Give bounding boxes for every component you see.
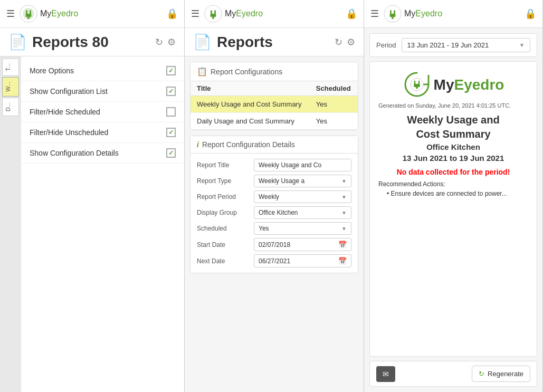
logo: MyEyedro bbox=[19, 4, 162, 23]
period-select[interactable]: 13 Jun 2021 - 19 Jun 2021 ▼ bbox=[402, 38, 530, 52]
field-report-title: Report Title bbox=[197, 159, 351, 171]
table-row[interactable]: Weekly Usage and Cost Summary Yes bbox=[190, 96, 358, 113]
sidebar-menu: More Options Show Configuration List Fil… bbox=[21, 56, 184, 392]
row-title: Weekly Usage and Cost Summary bbox=[190, 96, 310, 113]
field-report-type: Report Type Weekly Usage a ▼ bbox=[197, 175, 351, 187]
report-preview: MyEyedro Generated on Sunday, June 20, 2… bbox=[369, 61, 537, 357]
start-date-value: 02/07/2018 bbox=[259, 241, 290, 248]
preview-footer: ✉ ↻ Regenerate bbox=[369, 361, 537, 387]
input-start-date[interactable]: 02/07/2018 📅 bbox=[254, 238, 351, 251]
svg-rect-5 bbox=[212, 17, 214, 19]
next-date-value: 06/27/2021 bbox=[259, 257, 290, 265]
header-icons-2: 🔒 bbox=[346, 8, 357, 20]
panel1-header: ☰ MyEyedro 🔒 bbox=[0, 0, 184, 28]
logo-icon-3 bbox=[383, 4, 402, 23]
reports-bar: 📄 Reports 80 ↻ ⚙ bbox=[0, 28, 184, 56]
checkbox-more-options[interactable] bbox=[166, 66, 176, 75]
hamburger-icon[interactable]: ☰ bbox=[6, 8, 15, 20]
preview-date-range: 13 Jun 2021 to 19 Jun 2021 bbox=[403, 154, 504, 162]
select-report-period[interactable]: Weekly ▼ bbox=[254, 190, 351, 203]
config-details-card: i Report Configuration Details Report Ti… bbox=[190, 136, 358, 273]
logo-icon bbox=[19, 4, 38, 23]
period-dropdown-arrow: ▼ bbox=[519, 42, 525, 48]
select-display-group[interactable]: Office Kitchen ▼ bbox=[254, 206, 351, 219]
menu-item-more-options[interactable]: More Options bbox=[21, 61, 184, 81]
tab-w[interactable]: W... bbox=[2, 77, 19, 97]
checkbox-filter-scheduled[interactable] bbox=[166, 107, 176, 117]
logo-text: MyEyedro bbox=[40, 9, 78, 18]
row-scheduled: Yes bbox=[310, 96, 358, 113]
select-report-type-value: Weekly Usage a bbox=[259, 177, 304, 185]
panel1-reports-title: Reports 80 bbox=[32, 34, 150, 51]
refresh-icon[interactable]: ↻ bbox=[155, 36, 163, 48]
menu-item-show-config-list[interactable]: Show Configuration List bbox=[21, 81, 184, 102]
regenerate-label: Regenerate bbox=[488, 370, 523, 378]
menu-item-filter-unscheduled[interactable]: Filter/Hide Unscheduled bbox=[21, 122, 184, 143]
label-start-date: Start Date bbox=[197, 241, 250, 248]
email-button[interactable]: ✉ bbox=[376, 366, 395, 382]
side-tabs: T... W... D... bbox=[0, 56, 21, 392]
calendar-icon-next: 📅 bbox=[338, 257, 347, 265]
select-report-type[interactable]: Weekly Usage a ▼ bbox=[254, 175, 351, 187]
label-next-date: Next Date bbox=[197, 257, 250, 265]
select-display-group-value: Office Kitchen bbox=[259, 209, 298, 216]
panel2-reports-title: Reports bbox=[217, 34, 329, 51]
field-scheduled: Scheduled Yes ▼ bbox=[197, 222, 351, 235]
tab-d[interactable]: D... bbox=[2, 98, 19, 116]
menu-item-label-show-config-details: Show Configuration Details bbox=[30, 149, 119, 157]
panel3-content: Period 13 Jun 2021 - 19 Jun 2021 ▼ bbox=[364, 28, 542, 392]
menu-item-filter-scheduled[interactable]: Filter/Hide Scheduled bbox=[21, 102, 184, 122]
gear-icon-2[interactable]: ⚙ bbox=[347, 36, 355, 48]
svg-rect-11 bbox=[416, 87, 418, 89]
checkbox-show-config-list[interactable] bbox=[166, 87, 176, 96]
dropdown-arrow-scheduled: ▼ bbox=[341, 226, 347, 232]
label-display-group: Display Group bbox=[197, 209, 250, 216]
input-next-date[interactable]: 06/27/2021 📅 bbox=[254, 254, 351, 267]
lock-icon-2: 🔒 bbox=[346, 8, 357, 20]
info-icon: i bbox=[197, 140, 199, 149]
checkbox-show-config-details[interactable] bbox=[166, 148, 176, 158]
table-row[interactable]: Daily Usage and Cost Summary Yes bbox=[190, 113, 358, 130]
panel2-header: ☰ MyEyedro 🔒 bbox=[185, 0, 364, 28]
preview-recommended-label: Recommended Actions: bbox=[378, 180, 528, 188]
reports-actions: ↻ ⚙ bbox=[155, 36, 176, 48]
preview-generated: Generated on Sunday, June 20, 2021 4:01:… bbox=[378, 102, 528, 109]
field-display-group: Display Group Office Kitchen ▼ bbox=[197, 206, 351, 219]
report-configs-card: 📋 Report Configurations Title Scheduled … bbox=[190, 62, 358, 130]
col-title: Title bbox=[190, 81, 310, 96]
preview-logo-icon bbox=[403, 70, 432, 99]
tab-t[interactable]: T... bbox=[2, 59, 19, 76]
hamburger-icon-3[interactable]: ☰ bbox=[370, 8, 379, 20]
select-scheduled-value: Yes bbox=[259, 225, 269, 232]
svg-rect-8 bbox=[392, 17, 394, 19]
row-scheduled: Yes bbox=[310, 113, 358, 130]
menu-item-show-config-details[interactable]: Show Configuration Details bbox=[21, 143, 184, 164]
input-report-title[interactable] bbox=[254, 159, 351, 171]
select-scheduled[interactable]: Yes ▼ bbox=[254, 222, 351, 235]
preview-error-message: No data collected for the period! bbox=[397, 168, 510, 176]
field-next-date: Next Date 06/27/2021 📅 bbox=[197, 254, 351, 267]
logo-text-3: MyEyedro bbox=[404, 9, 442, 18]
hamburger-icon-2[interactable]: ☰ bbox=[191, 8, 199, 20]
reports-doc-icon-2: 📄 bbox=[193, 33, 212, 51]
regenerate-button[interactable]: ↻ Regenerate bbox=[472, 366, 530, 382]
reports-doc-icon: 📄 bbox=[8, 33, 27, 51]
config-details-form: Report Title Report Type Weekly Usage a … bbox=[190, 154, 358, 273]
dropdown-arrow-display-group: ▼ bbox=[341, 210, 347, 216]
logo-3: MyEyedro bbox=[383, 4, 520, 23]
calendar-icon-start: 📅 bbox=[338, 241, 347, 248]
logo-text-2: MyEyedro bbox=[225, 9, 263, 18]
dropdown-arrow-report-type: ▼ bbox=[341, 178, 347, 184]
preview-report-title-line2: Cost Summary bbox=[416, 128, 490, 140]
svg-rect-7 bbox=[390, 14, 396, 17]
checkbox-filter-unscheduled[interactable] bbox=[166, 128, 176, 137]
label-scheduled: Scheduled bbox=[197, 225, 250, 232]
gear-icon[interactable]: ⚙ bbox=[167, 36, 176, 48]
refresh-icon-2[interactable]: ↻ bbox=[335, 36, 342, 48]
field-start-date: Start Date 02/07/2018 📅 bbox=[197, 238, 351, 251]
select-report-period-value: Weekly bbox=[259, 193, 279, 200]
preview-logo: MyEyedro bbox=[403, 70, 504, 99]
svg-rect-10 bbox=[414, 84, 420, 87]
svg-rect-1 bbox=[26, 14, 32, 17]
menu-item-label-filter-scheduled: Filter/Hide Scheduled bbox=[30, 108, 100, 116]
